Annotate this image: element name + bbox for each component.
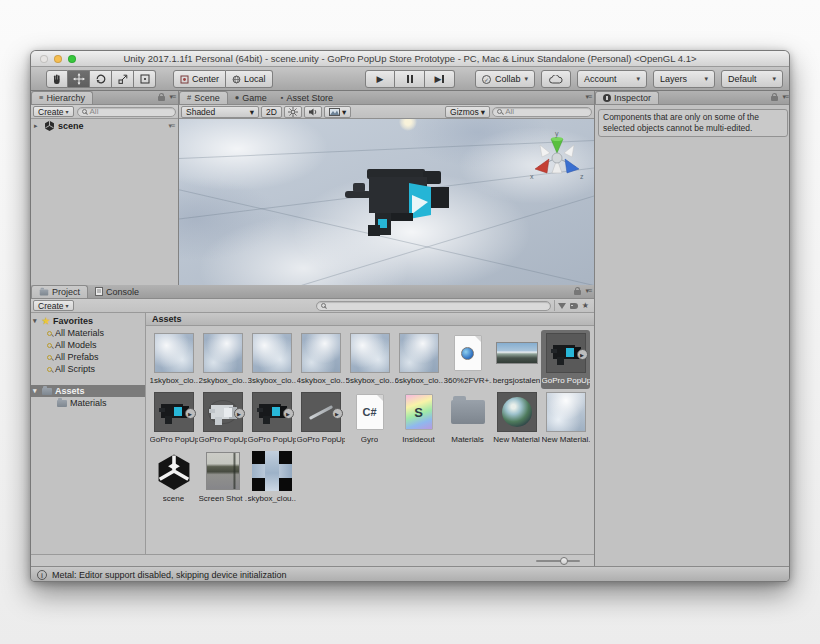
play-button[interactable]: ▶ bbox=[365, 70, 395, 88]
collab-dropdown[interactable]: ✓ Collab ▾ bbox=[475, 70, 535, 88]
panel-menu-icon[interactable]: ▾≡ bbox=[169, 93, 175, 101]
play-badge-icon[interactable]: ▶ bbox=[234, 408, 245, 419]
model-thumbnail: ▶ bbox=[252, 392, 292, 432]
asset-item[interactable]: scene bbox=[149, 448, 198, 507]
expand-triangle-icon[interactable]: ▸ bbox=[34, 122, 41, 130]
asset-item[interactable]: 360%2FVR+... bbox=[443, 330, 492, 389]
lock-icon[interactable] bbox=[771, 96, 778, 101]
hierarchy-create-button[interactable]: Create ▾ bbox=[33, 106, 74, 117]
expand-triangle-icon[interactable]: ▾ bbox=[33, 317, 39, 325]
tab-project[interactable]: Project bbox=[31, 285, 88, 298]
layout-dropdown[interactable]: Default ▾ bbox=[721, 70, 783, 88]
directional-light-icon[interactable] bbox=[399, 119, 417, 131]
thumbnail-size-slider[interactable] bbox=[536, 557, 580, 565]
hierarchy-panel: ≡ Hierarchy ▾≡ Create ▾ All ▸ bbox=[31, 91, 179, 285]
asset-item[interactable]: C# Gyro bbox=[345, 389, 394, 448]
asset-item[interactable]: ▶ GoPro PopUp... bbox=[247, 389, 296, 448]
step-button[interactable]: ▶ bbox=[425, 70, 455, 88]
scene-orientation-gizmo[interactable]: y x z bbox=[528, 129, 586, 183]
lock-icon[interactable] bbox=[574, 290, 581, 295]
cubemap-thumbnail bbox=[252, 451, 292, 491]
scene-viewport[interactable]: y x z bbox=[179, 119, 594, 285]
hierarchy-search-input[interactable]: All bbox=[77, 107, 176, 117]
toolbar-right-group: ✓ Collab ▾ Account ▾ Layers ▾ Default bbox=[475, 70, 783, 88]
status-bar[interactable]: i Metal: Editor support disabled, skippi… bbox=[31, 566, 789, 582]
project-create-button[interactable]: Create ▾ bbox=[33, 300, 74, 311]
materials-folder-item[interactable]: Materials bbox=[31, 397, 145, 409]
minimize-window-icon[interactable] bbox=[54, 55, 62, 63]
tab-scene[interactable]: # Scene bbox=[179, 91, 228, 104]
tab-hierarchy[interactable]: ≡ Hierarchy bbox=[31, 91, 93, 104]
close-window-icon[interactable] bbox=[40, 55, 48, 63]
asset-item[interactable]: ▶ GoPro PopUp... bbox=[296, 389, 345, 448]
scene-row-menu-icon[interactable]: ▾≡ bbox=[168, 122, 174, 130]
asset-item[interactable]: Screen Shot ... bbox=[198, 448, 247, 507]
assets-root[interactable]: ▾ Assets bbox=[31, 385, 145, 397]
favorites-filter-icon[interactable]: ★ bbox=[582, 302, 589, 310]
play-badge-icon[interactable]: ▶ bbox=[283, 408, 294, 419]
lighting-toggle-button[interactable] bbox=[284, 106, 302, 118]
gopro-model[interactable] bbox=[339, 161, 469, 241]
audio-toggle-button[interactable] bbox=[304, 106, 322, 118]
asset-item[interactable]: 5skybox_clo... bbox=[345, 330, 394, 389]
asset-label: 1skybox_clo... bbox=[150, 376, 198, 385]
title-bar[interactable]: Unity 2017.1.1f1 Personal (64bit) - scen… bbox=[31, 51, 789, 67]
asset-item[interactable]: New Material bbox=[492, 389, 541, 448]
asset-item[interactable]: ▶ GoPro PopUp... bbox=[149, 389, 198, 448]
hand-tool-button[interactable] bbox=[46, 70, 68, 88]
play-badge-icon[interactable]: ▶ bbox=[332, 408, 343, 419]
project-search-input[interactable] bbox=[316, 301, 551, 311]
favorite-all-scripts[interactable]: All Scripts bbox=[31, 363, 145, 375]
draw-mode-dropdown[interactable]: Shaded ▾ bbox=[181, 106, 259, 118]
panel-menu-icon[interactable]: ▾≡ bbox=[782, 93, 788, 101]
panel-menu-icon[interactable]: ▾≡ bbox=[585, 93, 591, 101]
asset-item[interactable]: S Insideout bbox=[394, 389, 443, 448]
play-badge-icon[interactable]: ▶ bbox=[185, 408, 196, 419]
lock-icon[interactable] bbox=[158, 96, 165, 101]
asset-item[interactable]: skybox_clou... bbox=[247, 448, 296, 507]
account-dropdown[interactable]: Account ▾ bbox=[577, 70, 647, 88]
search-by-type-icon[interactable] bbox=[558, 303, 566, 309]
asset-item[interactable]: 2skybox_clo... bbox=[198, 330, 247, 389]
asset-item[interactable]: 6skybox_clo... bbox=[394, 330, 443, 389]
asset-store-tab-icon: ▪ bbox=[281, 94, 284, 102]
favorites-root[interactable]: ▾ ★ Favorites bbox=[31, 315, 145, 327]
asset-item[interactable]: 1skybox_clo... bbox=[149, 330, 198, 389]
panel-menu-icon[interactable]: ▾≡ bbox=[585, 287, 591, 295]
favorite-all-materials[interactable]: All Materials bbox=[31, 327, 145, 339]
2d-toggle-button[interactable]: 2D bbox=[261, 106, 282, 118]
gizmos-dropdown[interactable]: Gizmos ▾ bbox=[445, 106, 490, 118]
space-mode-button[interactable]: Local bbox=[226, 70, 273, 88]
skybox-thumbnail bbox=[203, 333, 243, 373]
favorite-all-prefabs[interactable]: All Prefabs bbox=[31, 351, 145, 363]
pivot-mode-button[interactable]: Center bbox=[173, 70, 226, 88]
tab-inspector[interactable]: Inspector bbox=[595, 91, 659, 104]
play-badge-icon[interactable]: ▶ bbox=[577, 349, 588, 360]
pause-button[interactable] bbox=[395, 70, 425, 88]
effects-dropdown[interactable]: ▾ bbox=[324, 106, 351, 118]
layers-dropdown[interactable]: Layers ▾ bbox=[653, 70, 715, 88]
scene-search-input[interactable]: All bbox=[492, 107, 592, 117]
zoom-window-icon[interactable] bbox=[68, 55, 76, 63]
asset-item[interactable]: New Material... bbox=[541, 389, 590, 448]
hierarchy-item-scene[interactable]: ▸ scene ▾≡ bbox=[31, 119, 178, 132]
asset-item[interactable]: ▶ GoPro PopUp... bbox=[198, 389, 247, 448]
rotate-tool-button[interactable] bbox=[90, 70, 112, 88]
asset-item[interactable]: bergsjostalen bbox=[492, 330, 541, 389]
tab-game[interactable]: ● Game bbox=[228, 91, 274, 104]
asset-item-selected[interactable]: ▶ GoPro PopUp... bbox=[541, 330, 590, 389]
asset-item[interactable]: 4skybox_clo... bbox=[296, 330, 345, 389]
asset-item[interactable]: 3skybox_clo... bbox=[247, 330, 296, 389]
scale-tool-button[interactable] bbox=[112, 70, 134, 88]
search-by-label-icon[interactable] bbox=[570, 303, 578, 309]
rect-tool-button[interactable] bbox=[134, 70, 156, 88]
expand-triangle-icon[interactable]: ▾ bbox=[33, 387, 39, 395]
cloud-services-button[interactable] bbox=[541, 70, 571, 88]
move-tool-button[interactable] bbox=[68, 70, 90, 88]
favorite-all-models[interactable]: All Models bbox=[31, 339, 145, 351]
asset-item[interactable]: Materials bbox=[443, 389, 492, 448]
slider-knob[interactable] bbox=[560, 557, 568, 565]
tab-asset-store[interactable]: ▪ Asset Store bbox=[274, 91, 340, 104]
tab-console[interactable]: Console bbox=[88, 285, 146, 298]
folder-thumbnail bbox=[451, 400, 485, 424]
